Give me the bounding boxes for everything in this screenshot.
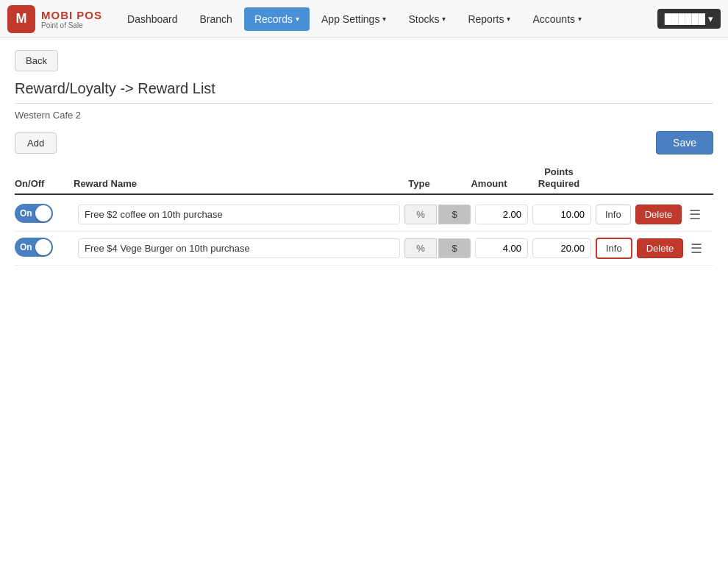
brand: M MOBI POS Point of Sale: [7, 5, 102, 33]
row1-delete-button[interactable]: Delete: [635, 205, 682, 224]
nav-stocks[interactable]: Stocks ▾: [398, 7, 456, 31]
reports-caret-icon: ▾: [507, 15, 510, 23]
table-row: On % $ Info Delete ☰: [15, 198, 713, 232]
header-amount: Amount: [456, 178, 522, 189]
header-type: Type: [382, 178, 456, 189]
row1-name-input[interactable]: [78, 205, 400, 224]
app-settings-caret-icon: ▾: [382, 15, 386, 23]
row1-points-input[interactable]: [532, 205, 591, 224]
row1-info-button[interactable]: Info: [596, 205, 631, 224]
nav-records[interactable]: Records ▾: [244, 7, 310, 31]
nav-items: Dashboard Branch Records ▾ App Settings …: [117, 7, 657, 31]
row2-drag-handle[interactable]: ☰: [688, 242, 705, 255]
nav-reports[interactable]: Reports ▾: [457, 7, 521, 31]
row2-toggle-knob: [35, 239, 51, 255]
row2-toggle[interactable]: On: [15, 238, 53, 257]
row1-type-group: % $: [404, 205, 471, 224]
row1-actions: Info Delete ☰: [596, 205, 713, 224]
add-button[interactable]: Add: [15, 132, 57, 154]
row1-amount-input[interactable]: [475, 205, 528, 224]
row2-actions: Info Delete ☰: [596, 238, 713, 259]
header-onoff: On/Off: [15, 178, 74, 189]
user-label: ██████: [665, 13, 705, 24]
user-caret-icon: ▾: [708, 13, 713, 24]
nav-stocks-label: Stocks: [408, 13, 439, 25]
nav-branch[interactable]: Branch: [190, 7, 243, 31]
user-menu[interactable]: ██████ ▾: [657, 9, 721, 29]
page-content: Back Reward/Loyalty -> Reward List Weste…: [0, 38, 728, 277]
nav-accounts[interactable]: Accounts ▾: [522, 7, 592, 31]
nav-records-label: Records: [254, 13, 293, 25]
row2-amount-input[interactable]: [475, 238, 528, 258]
nav-accounts-label: Accounts: [532, 13, 575, 25]
row1-toggle-knob: [35, 205, 51, 221]
row2-name-input[interactable]: [78, 238, 400, 258]
row1-onoff: On: [15, 204, 74, 225]
table-row: On % $ Info Delete ☰: [15, 232, 713, 266]
row1-drag-handle[interactable]: ☰: [686, 208, 704, 221]
divider: [15, 103, 713, 104]
nav-dashboard[interactable]: Dashboard: [117, 7, 188, 31]
nav-reports-label: Reports: [468, 13, 504, 25]
header-points: Points Required: [522, 166, 596, 189]
row2-info-button[interactable]: Info: [596, 238, 632, 259]
header-name: Reward Name: [74, 178, 382, 189]
back-button[interactable]: Back: [15, 50, 58, 71]
toolbar: Add Save: [15, 131, 713, 154]
page-title: Reward/Loyalty -> Reward List: [15, 80, 713, 97]
navbar: M MOBI POS Point of Sale Dashboard Branc…: [0, 0, 728, 38]
brand-text: MOBI POS Point of Sale: [41, 9, 102, 29]
branch-label: Western Cafe 2: [15, 110, 713, 121]
row1-toggle-label: On: [20, 208, 32, 219]
nav-app-settings[interactable]: App Settings ▾: [311, 7, 396, 31]
row2-type-percent[interactable]: %: [404, 238, 437, 258]
row2-type-dollar[interactable]: $: [438, 238, 471, 258]
row2-delete-button[interactable]: Delete: [637, 238, 684, 258]
brand-logo: M: [7, 5, 35, 33]
row1-type-percent[interactable]: %: [404, 205, 437, 224]
brand-title: MOBI POS: [41, 9, 102, 21]
row2-toggle-label: On: [20, 242, 32, 252]
accounts-caret-icon: ▾: [578, 15, 582, 23]
records-caret-icon: ▾: [296, 15, 299, 23]
brand-subtitle: Point of Sale: [41, 21, 102, 29]
nav-app-settings-label: App Settings: [321, 13, 379, 25]
save-button[interactable]: Save: [656, 131, 713, 154]
stocks-caret-icon: ▾: [442, 15, 446, 23]
row2-onoff: On: [15, 238, 74, 259]
row1-type-dollar[interactable]: $: [438, 205, 471, 224]
row2-type-group: % $: [404, 238, 471, 258]
table-header: On/Off Reward Name Type Amount Points Re…: [15, 166, 713, 195]
row1-toggle[interactable]: On: [15, 204, 53, 223]
row2-points-input[interactable]: [532, 238, 591, 258]
